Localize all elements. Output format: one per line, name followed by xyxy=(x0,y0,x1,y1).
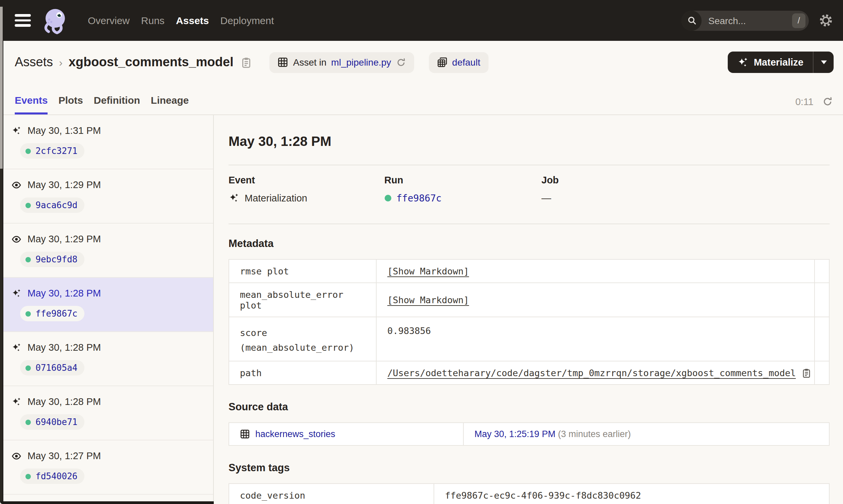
show-markdown-link[interactable]: [Show Markdown] xyxy=(387,266,469,276)
event-type-value: Materialization xyxy=(245,193,307,203)
metadata-heading: Metadata xyxy=(228,238,830,250)
refresh-icon[interactable] xyxy=(822,96,833,107)
code-location-link[interactable]: ml_pipeline.py xyxy=(331,57,391,68)
materialization-sparkle-icon xyxy=(12,288,21,298)
metadata-table: rmse plot [Show Markdown] mean_absolute_… xyxy=(228,259,830,385)
menu-icon[interactable] xyxy=(15,14,31,26)
tab-lineage[interactable]: Lineage xyxy=(151,94,189,114)
metadata-key: rmse plot xyxy=(229,259,376,283)
copy-asset-name-icon[interactable] xyxy=(241,57,252,68)
materialization-sparkle-icon xyxy=(12,342,21,353)
system-tag-key: code_version xyxy=(229,484,434,504)
group-badge[interactable]: default xyxy=(429,52,488,73)
dagster-logo-icon[interactable] xyxy=(39,7,70,34)
reload-location-icon[interactable] xyxy=(396,57,406,67)
event-detail-heading: May 30, 1:28 PM xyxy=(228,134,830,149)
observation-eye-icon xyxy=(12,234,21,244)
nav-item-assets[interactable]: Assets xyxy=(176,15,209,26)
search-bar[interactable]: / xyxy=(682,11,809,31)
show-markdown-link[interactable]: [Show Markdown] xyxy=(387,294,469,305)
breadcrumb-chevron-icon: › xyxy=(59,56,63,69)
materialize-button[interactable]: Materialize xyxy=(728,52,813,73)
breadcrumb-assets-link[interactable]: Assets xyxy=(15,55,53,70)
run-id-label: 9ebc9fd8 xyxy=(35,254,78,264)
event-timestamp: May 30, 1:29 PM xyxy=(28,179,101,190)
dagster-asset-page: Overview Runs Assets Deployment / xyxy=(0,0,843,504)
materialization-sparkle-icon xyxy=(12,397,21,407)
source-timestamp-link[interactable]: May 30, 1:25:19 PM xyxy=(475,429,555,439)
tab-definition[interactable]: Definition xyxy=(94,94,140,114)
run-id-tag[interactable]: 071605a4 xyxy=(20,360,84,376)
nav-item-runs[interactable]: Runs xyxy=(141,15,165,26)
run-id-label: 9aca6c9d xyxy=(35,200,78,210)
materialize-split-button: Materialize xyxy=(728,52,833,73)
source-asset-link[interactable]: hackernews_stories xyxy=(255,429,336,439)
job-value: — xyxy=(541,193,551,203)
event-list-item[interactable]: May 30, 1:29 PM 9ebc9fd8 xyxy=(0,223,213,278)
materialize-dropdown-button[interactable] xyxy=(813,52,833,73)
breadcrumb: Assets › xgboost_comments_model xyxy=(15,55,252,70)
event-list-item[interactable]: May 30, 1:31 PM 2cfc3271 xyxy=(0,115,213,169)
metadata-key: mean_absolute_error plot xyxy=(229,283,376,317)
asset-header: Assets › xgboost_comments_model Asset in xyxy=(0,41,843,84)
search-icon xyxy=(682,11,702,31)
event-info-grid: Event Materialization Run ffe9867c xyxy=(228,175,830,203)
divider xyxy=(228,165,830,165)
nav-item-overview[interactable]: Overview xyxy=(88,15,130,26)
event-timestamp: May 30, 1:27 PM xyxy=(28,450,101,461)
metadata-row: path /Users/odetteharary/code/dagster/tm… xyxy=(229,361,829,384)
event-timestamp: May 30, 1:28 PM xyxy=(28,396,101,407)
event-list-item[interactable]: May 30, 1:28 PM 6940be71 xyxy=(0,386,213,440)
search-input[interactable] xyxy=(707,14,792,26)
refresh-countdown: 0:11 xyxy=(795,96,813,107)
run-id-tag[interactable]: 9aca6c9d xyxy=(20,197,84,213)
nav-item-deployment[interactable]: Deployment xyxy=(221,15,274,26)
top-nav-right: / xyxy=(682,11,833,31)
system-tag-value: ffe9867c-ec9c-4f06-939c-f8dc830c0962 xyxy=(434,484,829,504)
event-detail-panel: May 30, 1:28 PM Event Materialization Ru… xyxy=(214,115,843,504)
metadata-key: score (mean_absolute_error) xyxy=(229,317,376,361)
event-timestamp: May 30, 1:28 PM xyxy=(28,342,101,353)
run-success-dot xyxy=(25,419,31,425)
settings-gear-icon[interactable] xyxy=(819,13,833,28)
event-list-item[interactable]: May 30, 1:29 PM 9aca6c9d xyxy=(0,169,213,223)
tab-events[interactable]: Events xyxy=(15,94,48,114)
run-id-label: 071605a4 xyxy=(35,363,78,373)
metadata-empty-cell xyxy=(814,361,829,384)
tab-plots[interactable]: Plots xyxy=(58,94,83,114)
event-list-item[interactable]: May 30, 1:28 PM 071605a4 xyxy=(0,332,213,386)
metadata-row: mean_absolute_error plot [Show Markdown] xyxy=(229,283,829,317)
run-success-dot xyxy=(25,473,31,479)
event-list-item[interactable]: May 30, 1:27 PM fd540026 xyxy=(0,440,213,494)
run-success-dot xyxy=(384,195,391,201)
window-edge-line xyxy=(3,41,3,501)
code-location-badge[interactable]: Asset in ml_pipeline.py xyxy=(270,52,414,73)
materialization-sparkle-icon xyxy=(12,126,21,136)
observation-eye-icon xyxy=(12,180,21,190)
run-id-tag[interactable]: 6940be71 xyxy=(20,414,84,430)
asset-grid-icon xyxy=(240,429,250,439)
asset-grid-icon xyxy=(278,57,289,68)
run-id-link[interactable]: ffe9867c xyxy=(396,193,442,203)
path-link[interactable]: /Users/odetteharary/code/dagster/tmp_0mz… xyxy=(387,367,796,378)
primary-nav: Overview Runs Assets Deployment xyxy=(88,15,274,26)
page-title: xgboost_comments_model xyxy=(69,55,234,70)
run-id-tag[interactable]: 9ebc9fd8 xyxy=(20,252,84,267)
event-timestamp: May 30, 1:28 PM xyxy=(28,288,101,299)
event-timestamp: May 30, 1:31 PM xyxy=(28,125,101,136)
metadata-empty-cell xyxy=(814,317,829,361)
event-timestamp: May 30, 1:29 PM xyxy=(28,234,101,244)
source-data-table: hackernews_stories May 30, 1:25:19 PM (3… xyxy=(228,422,830,446)
run-id-tag[interactable]: ffe9867c xyxy=(20,306,84,321)
metadata-row: rmse plot [Show Markdown] xyxy=(229,259,829,283)
run-id-tag[interactable]: 2cfc3271 xyxy=(20,143,84,159)
run-success-dot xyxy=(25,257,31,262)
event-column-label: Event xyxy=(228,175,384,185)
run-id-label: ffe9867c xyxy=(35,309,78,319)
group-badge-label[interactable]: default xyxy=(452,57,480,68)
job-column-label: Job xyxy=(541,175,830,185)
copy-path-icon[interactable] xyxy=(801,368,811,378)
run-id-label: 6940be71 xyxy=(35,417,78,427)
event-list-item-selected[interactable]: May 30, 1:28 PM ffe9867c xyxy=(0,278,213,332)
run-id-tag[interactable]: fd540026 xyxy=(20,469,84,484)
